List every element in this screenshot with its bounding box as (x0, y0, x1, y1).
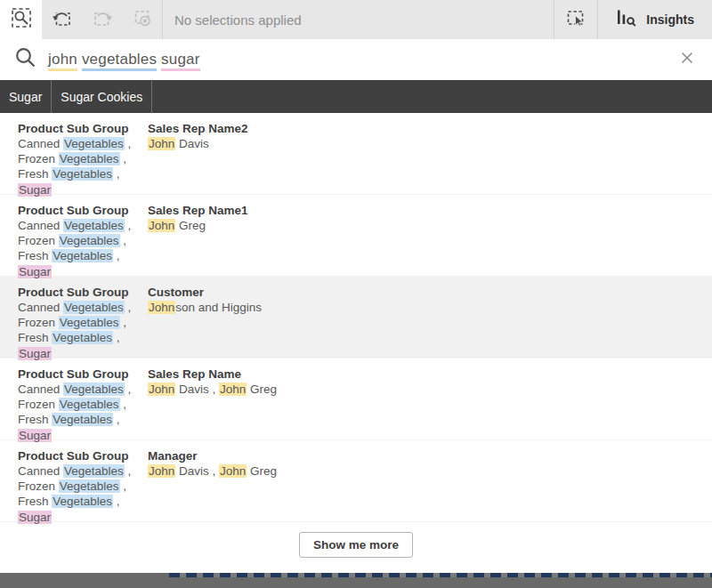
highlighted-match: Sugar (18, 511, 52, 524)
search-input[interactable]: john vegetables sugar (48, 51, 200, 68)
highlighted-match: Vegetables (59, 234, 120, 247)
smart-search-button[interactable] (0, 0, 42, 39)
clear-selections-icon (132, 7, 153, 32)
search-icon (14, 46, 37, 73)
suggestion-bar: SugarSugar Cookies (0, 80, 712, 113)
search-term: john (48, 51, 77, 71)
highlighted-match: Vegetables (52, 495, 113, 508)
search-term: sugar (161, 51, 200, 71)
result-column: ManagerJohn Davis , John Greg (148, 448, 712, 521)
toolbar-divider (162, 0, 163, 39)
value-line: Frozen Vegetables , (18, 151, 148, 166)
search-bar[interactable]: john vegetables sugar (0, 39, 712, 80)
field-name: Manager (148, 448, 712, 463)
selections-toolbar: No selections applied Insights (0, 0, 712, 39)
highlighted-match: John (219, 464, 247, 478)
insights-button[interactable]: Insights (598, 0, 712, 39)
dashed-object-border (169, 573, 712, 577)
highlighted-match: Vegetables (59, 479, 120, 493)
result-column: Product Sub GroupCanned Vegetables ,Froz… (18, 448, 148, 521)
value-line: Sugar (18, 346, 148, 361)
insights-label: Insights (646, 12, 694, 27)
highlighted-match: Sugar (18, 183, 52, 197)
result-column: Product Sub GroupCanned Vegetables ,Froz… (18, 121, 148, 194)
selections-status-text: No selections applied (174, 0, 554, 39)
value-line: Sugar (18, 428, 148, 443)
result-column: Sales Rep Name2John Davis (148, 121, 712, 194)
highlighted-match: Sugar (18, 265, 52, 278)
value-line: Canned Vegetables , (18, 382, 148, 397)
value-line: Canned Vegetables , (18, 218, 148, 233)
highlighted-match: Vegetables (63, 383, 125, 396)
result-row[interactable]: Product Sub GroupCanned Vegetables ,Froz… (0, 440, 712, 522)
redo-selection-button[interactable] (82, 0, 122, 39)
field-name: Product Sub Group (18, 121, 148, 136)
result-column: Product Sub GroupCanned Vegetables ,Froz… (18, 285, 148, 358)
highlighted-match: John (219, 383, 247, 396)
highlighted-match: Vegetables (63, 137, 125, 150)
smart-search-icon (11, 7, 32, 32)
close-icon (680, 51, 694, 68)
value-line: John Greg (148, 218, 712, 233)
highlighted-match: Vegetables (52, 413, 113, 426)
suggestion-tab[interactable]: Sugar (0, 80, 52, 113)
highlighted-match: Vegetables (63, 464, 125, 478)
results-list: Product Sub GroupCanned Vegetables ,Froz… (0, 113, 712, 522)
highlighted-match: Vegetables (59, 152, 120, 165)
result-row[interactable]: Product Sub GroupCanned Vegetables ,Froz… (0, 358, 712, 440)
redo-icon (92, 7, 113, 32)
highlighted-match: John (148, 464, 175, 478)
highlighted-match: John (148, 301, 175, 314)
value-line: Fresh Vegetables , (18, 248, 148, 263)
show-me-more-button[interactable]: Show me more (299, 532, 413, 558)
value-line: Fresh Vegetables , (18, 166, 148, 181)
highlighted-match: Vegetables (52, 331, 113, 344)
value-line: Canned Vegetables , (18, 463, 148, 479)
highlighted-match: Vegetables (63, 219, 125, 232)
value-line: Frozen Vegetables , (18, 397, 148, 412)
clear-selections-button[interactable] (122, 0, 162, 39)
value-line: Fresh Vegetables , (18, 330, 148, 345)
field-name: Sales Rep Name (148, 366, 712, 382)
highlighted-match: Vegetables (52, 249, 113, 262)
value-line: Sugar (18, 182, 148, 197)
result-column: Sales Rep Name1John Greg (148, 203, 712, 276)
undo-selection-button[interactable] (42, 0, 82, 39)
value-line: John Davis , John Greg (148, 382, 712, 397)
highlighted-match: Vegetables (63, 301, 125, 314)
highlighted-match: John (148, 219, 175, 232)
field-name: Sales Rep Name2 (148, 121, 712, 136)
clear-search-button[interactable] (676, 47, 698, 72)
highlighted-match: Vegetables (59, 316, 120, 329)
show-more-area: Show me more (0, 522, 712, 558)
value-line: Sugar (18, 264, 148, 279)
search-term: vegetables (82, 51, 157, 71)
insights-logo-icon (616, 7, 639, 32)
field-name: Product Sub Group (18, 203, 148, 218)
value-line: Sugar (18, 510, 148, 525)
result-column: Sales Rep NameJohn Davis , John Greg (148, 366, 712, 439)
result-row[interactable]: Product Sub GroupCanned Vegetables ,Froz… (0, 195, 712, 277)
suggestion-tab[interactable]: Sugar Cookies (52, 80, 152, 113)
value-line: Canned Vegetables , (18, 300, 148, 315)
value-line: Fresh Vegetables , (18, 494, 148, 509)
highlighted-match: Sugar (18, 347, 52, 360)
highlighted-match: Vegetables (52, 167, 113, 181)
field-name: Sales Rep Name1 (148, 203, 712, 218)
value-line: Frozen Vegetables , (18, 479, 148, 494)
highlighted-match: John (148, 137, 175, 150)
undo-icon (52, 7, 73, 32)
field-name: Product Sub Group (18, 366, 148, 382)
value-line: John Davis (148, 136, 712, 151)
value-line: Frozen Vegetables , (18, 315, 148, 330)
result-row[interactable]: Product Sub GroupCanned Vegetables ,Froz… (0, 113, 712, 195)
field-name: Product Sub Group (18, 448, 148, 463)
result-row[interactable]: Product Sub GroupCanned Vegetables ,Froz… (0, 277, 712, 358)
highlighted-match: John (148, 383, 175, 396)
selections-tool-button[interactable] (554, 0, 597, 39)
field-name: Product Sub Group (18, 285, 148, 300)
field-name: Customer (148, 285, 712, 300)
result-column: CustomerJohnson and Higgins (148, 285, 712, 358)
selections-tool-icon (565, 7, 587, 32)
value-line: Frozen Vegetables , (18, 233, 148, 248)
